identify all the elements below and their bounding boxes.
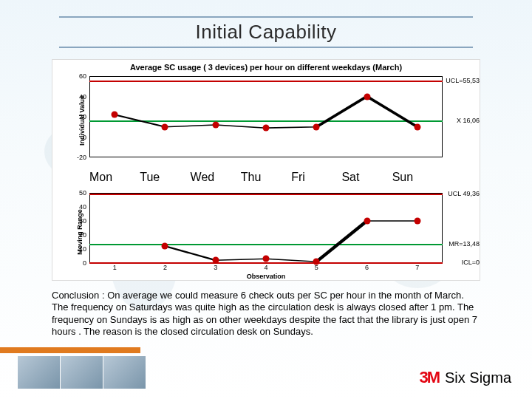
ytick: 0 [70,134,86,141]
footer-photo-strip [18,356,146,389]
mean-label: X 16,06 [457,117,480,124]
data-point [212,122,219,129]
x-axis-label: Observation [52,273,480,280]
x-tick-row: 1 2 3 4 5 6 7 [89,264,443,271]
ytick: 10 [70,245,86,253]
accent-bar [0,347,140,353]
ytick: 60 [70,72,86,80]
data-point [364,93,370,100]
day-label: Mon [89,171,140,188]
day-label: Sun [392,171,443,188]
data-point [162,243,168,250]
xtick: 4 [241,264,291,271]
day-label: Sat [341,171,392,188]
data-point [414,123,420,130]
data-point [162,123,168,130]
ytick: 0 [70,259,86,267]
slide: Initial Capability Average SC usage ( 3 … [0,0,532,399]
mr-mean-label: MR=13,48 [449,240,480,248]
xtick: 1 [89,264,140,271]
footer-branding: 3M Six Sigma [419,368,511,387]
chart-panel: Average SC usage ( 3 devices) per hour o… [52,59,480,281]
individual-value-plot: Individual Value -20 0 20 40 60 UCL=55,5… [89,76,443,157]
data-point [364,218,370,225]
weekday-overlay: Mon Tue Wed Thu Fri Sat Sun [89,171,443,188]
ytick: 30 [70,217,86,225]
lcl-label: ICL=0 [462,259,480,266]
chart-title: Average SC usage ( 3 devices) per hour o… [52,60,480,73]
data-point [263,256,270,262]
ytick: -20 [70,154,86,161]
data-point [263,125,270,132]
day-label: Thu [241,171,291,188]
data-point [112,112,118,118]
page-title: Initial Capability [59,16,473,48]
data-point [212,257,219,264]
ucl-label: UCL=55,53 [446,77,480,84]
day-label: Fri [291,171,341,188]
ytick: 20 [70,113,86,120]
ytick: 40 [70,93,86,100]
day-label: Tue [140,171,190,188]
xtick: 7 [392,264,443,271]
xtick: 3 [191,264,241,271]
ytick: 40 [70,203,86,211]
xtick: 5 [291,264,341,271]
xtick: 2 [140,264,190,271]
xtick: 6 [341,264,392,271]
ucl-label: UCL 49,36 [448,190,480,197]
program-name: Six Sigma [445,369,511,386]
data-point [414,218,420,225]
series-line [89,193,443,263]
ytick: 20 [70,231,86,239]
conclusion-text: Conclusion : On average we could measure… [52,290,480,338]
day-label: Wed [191,171,241,188]
data-point [313,123,320,130]
moving-range-plot: Moving Range 0 10 20 30 40 50 UCL 49,36 … [89,193,443,263]
ytick: 50 [70,189,86,197]
brand-logo: 3M [419,368,439,387]
series-line [89,76,443,157]
